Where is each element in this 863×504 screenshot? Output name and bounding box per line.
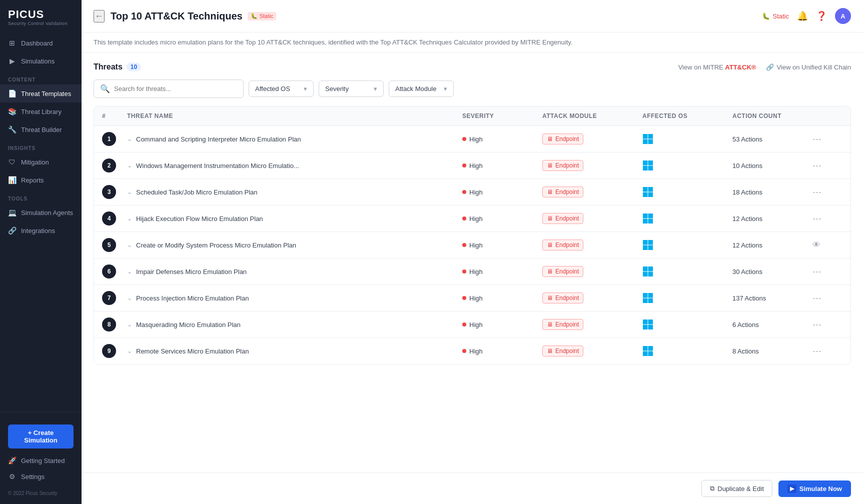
sidebar-item-dashboard[interactable]: ⊞ Dashboard	[0, 34, 82, 52]
affected-os-dropdown[interactable]: Affected OS ▾	[249, 80, 314, 97]
sidebar-label-simulations: Simulations	[21, 58, 55, 65]
integrations-icon: 🔗	[8, 226, 16, 234]
col-actions	[812, 112, 842, 120]
threat-name: Create or Modify System Process Micro Em…	[136, 242, 296, 249]
sidebar-item-mitigation[interactable]: 🛡 Mitigation	[0, 153, 82, 171]
sidebar-label-threat-templates: Threat Templates	[21, 90, 71, 98]
attack-module-dropdown[interactable]: Attack Module ▾	[389, 80, 454, 97]
create-simulation-button[interactable]: + Create Simulation	[8, 424, 74, 448]
severity-dot	[462, 216, 466, 220]
threat-name: Masquerading Micro Emulation Plan	[136, 321, 241, 328]
more-options-button[interactable]: ⋯	[812, 292, 821, 304]
chevron-down-icon: ▾	[374, 85, 377, 92]
sidebar-item-threat-builder[interactable]: 🔧 Threat Builder	[0, 120, 82, 138]
os-cell	[642, 240, 732, 250]
attack-module-cell: 🖥 Endpoint	[542, 319, 642, 330]
severity-label: High	[469, 268, 483, 276]
col-affected-os: Affected OS	[642, 112, 732, 120]
help-button[interactable]: ❓	[816, 10, 827, 22]
filters-row: 🔍 Affected OS ▾ Severity ▾ Attack Module…	[94, 80, 851, 98]
search-input[interactable]	[114, 85, 237, 92]
row-actions: ⋯	[812, 213, 842, 224]
expand-row-icon[interactable]: ⌄	[127, 294, 132, 302]
svg-rect-3	[648, 140, 653, 144]
sidebar-label-settings: Settings	[21, 473, 45, 480]
threat-name: Process Injection Micro Emulation Plan	[136, 294, 249, 302]
expand-row-icon[interactable]: ⌄	[127, 321, 132, 328]
more-options-button[interactable]: ⋯	[812, 213, 821, 224]
threat-templates-icon: 📄	[8, 90, 16, 98]
table-row: 9 ⌄ Remote Services Micro Emulation Plan…	[94, 338, 850, 364]
notifications-button[interactable]: 🔔	[797, 10, 808, 22]
col-attack-module: Attack Module	[542, 112, 642, 120]
header-actions: 🐛 Static 🔔 ❓ A	[762, 8, 851, 24]
more-options-button[interactable]: ⋯	[812, 186, 821, 198]
os-cell	[642, 319, 732, 330]
module-badge: 🖥 Endpoint	[542, 186, 583, 198]
sidebar-item-settings[interactable]: ⚙ Settings	[8, 468, 74, 484]
simulate-now-button[interactable]: ▶ Simulate Now	[778, 480, 851, 497]
more-options-button[interactable]: ⋯	[812, 160, 821, 171]
sidebar-item-getting-started[interactable]: 🚀 Getting Started	[8, 452, 74, 468]
threat-name: Hijack Execution Flow Micro Emulation Pl…	[136, 215, 263, 222]
sidebar-label-mitigation: Mitigation	[21, 158, 49, 166]
svg-rect-21	[648, 266, 653, 272]
settings-icon: ⚙	[8, 472, 16, 480]
sidebar-item-integrations[interactable]: 🔗 Integrations	[0, 222, 82, 240]
kill-chain-link[interactable]: 🔗 View on Unified Kill Chain	[766, 64, 851, 71]
attack-module-cell: 🖥 Endpoint	[542, 213, 642, 224]
svg-rect-30	[643, 325, 648, 330]
expand-row-icon[interactable]: ⌄	[127, 162, 132, 169]
page-footer: ⧉ Duplicate & Edit ▶ Simulate Now	[82, 472, 863, 504]
severity-label: High	[469, 136, 483, 143]
expand-row-icon[interactable]: ⌄	[127, 215, 132, 222]
expand-row-icon[interactable]: ⌄	[127, 188, 132, 196]
expand-row-icon[interactable]: ⌄	[127, 242, 132, 248]
sidebar-nav: ⊞ Dashboard ▶ Simulations CONTENT 📄 Thre…	[0, 30, 82, 412]
user-avatar[interactable]: A	[835, 8, 851, 24]
sidebar-label-getting-started: Getting Started	[21, 457, 65, 464]
module-badge: 🖥 Endpoint	[542, 292, 583, 304]
sidebar-item-threat-library[interactable]: 📚 Threat Library	[0, 102, 82, 120]
row-actions: ⋯	[812, 160, 842, 171]
sidebar-item-simulations[interactable]: ▶ Simulations	[0, 52, 82, 70]
severity-dot	[462, 322, 466, 326]
row-name-cell: ⌄ Masquerading Micro Emulation Plan	[127, 321, 462, 328]
expand-row-icon[interactable]: ⌄	[127, 136, 132, 142]
more-options-button[interactable]: ⋯	[812, 346, 821, 356]
expand-row-icon[interactable]: ⌄	[127, 348, 132, 354]
more-options-button[interactable]: ⋯	[812, 134, 821, 144]
mitre-link[interactable]: View on MITRE ATT&CK®	[678, 64, 756, 71]
col-num: #	[102, 112, 127, 120]
page-description: This template includes micro emulation p…	[82, 32, 863, 52]
row-actions: 👁	[812, 240, 842, 250]
duplicate-edit-button[interactable]: ⧉ Duplicate & Edit	[701, 480, 772, 497]
module-badge: 🖥 Endpoint	[542, 213, 583, 224]
static-bug-icon: 🐛	[762, 12, 770, 20]
svg-rect-2	[643, 140, 648, 144]
more-options-button[interactable]: ⋯	[812, 266, 821, 277]
os-cell	[642, 266, 732, 277]
severity-dropdown[interactable]: Severity ▾	[319, 80, 384, 97]
row-name-cell: ⌄ Create or Modify System Process Micro …	[127, 242, 462, 249]
main-content: ← Top 10 ATT&CK Techniques 🐛 Static 🐛 St…	[82, 0, 863, 504]
search-box[interactable]: 🔍	[94, 80, 244, 98]
module-badge: 🖥 Endpoint	[542, 134, 583, 144]
os-cell	[642, 160, 732, 171]
threats-count: 10	[127, 62, 141, 72]
play-icon: ▶	[787, 484, 796, 493]
more-options-button[interactable]: ⋯	[812, 319, 821, 330]
sidebar-item-threat-templates[interactable]: 📄 Threat Templates	[0, 84, 82, 102]
eye-button[interactable]: 👁	[812, 240, 820, 249]
back-button[interactable]: ←	[94, 10, 105, 22]
sidebar-item-simulation-agents[interactable]: 💻 Simulation Agents	[0, 204, 82, 222]
action-count: 18 Actions	[732, 188, 812, 196]
duplicate-icon: ⧉	[710, 484, 714, 492]
attack-module-cell: 🖥 Endpoint	[542, 266, 642, 277]
col-action-count: Action Count	[732, 112, 812, 120]
svg-rect-14	[643, 219, 648, 224]
module-badge: 🖥 Endpoint	[542, 346, 583, 356]
expand-row-icon[interactable]: ⌄	[127, 268, 132, 275]
getting-started-icon: 🚀	[8, 456, 16, 464]
sidebar-item-reports[interactable]: 📊 Reports	[0, 171, 82, 189]
